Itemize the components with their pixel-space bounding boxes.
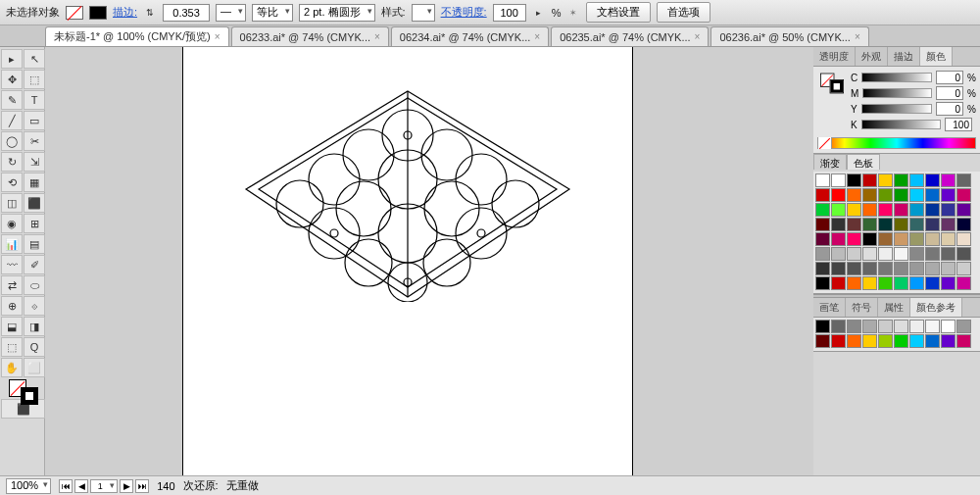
swatch[interactable] <box>925 276 940 290</box>
swatch[interactable] <box>894 320 908 333</box>
close-icon[interactable]: × <box>374 31 380 42</box>
none-color-icon[interactable] <box>818 137 832 149</box>
swatch[interactable] <box>894 232 908 246</box>
swatch[interactable] <box>941 218 956 231</box>
swatch[interactable] <box>941 320 956 333</box>
panel-tab-appearance[interactable]: 外观 <box>856 47 888 66</box>
swatch[interactable] <box>909 203 924 217</box>
swatch[interactable] <box>894 262 908 275</box>
tool-button[interactable]: ▦ <box>24 173 45 192</box>
panel-tab-color[interactable]: 颜色 <box>920 47 953 66</box>
last-artboard-button[interactable]: ⏭ <box>135 479 149 493</box>
swatch[interactable] <box>815 188 830 202</box>
swatch[interactable] <box>831 173 846 187</box>
swatch[interactable] <box>847 276 861 290</box>
tool-button[interactable]: ⬭ <box>24 275 45 295</box>
panel-tab-symbols[interactable]: 符号 <box>846 298 878 317</box>
opacity-label[interactable]: 不透明度: <box>441 5 487 20</box>
document-tab[interactable]: 06235.ai* @ 74% (CMYK...× <box>551 26 709 46</box>
document-tab[interactable]: 未标题-1* @ 100% (CMYK/预览)× <box>45 26 229 46</box>
variable-width-profile[interactable]: — <box>216 4 246 22</box>
swatch[interactable] <box>909 173 924 187</box>
swatch[interactable] <box>909 334 924 348</box>
next-artboard-button[interactable]: ▶ <box>120 479 133 493</box>
tool-button[interactable]: ◨ <box>24 317 45 336</box>
tool-button[interactable]: ⇄ <box>1 275 23 295</box>
swatch[interactable] <box>894 247 908 261</box>
tool-button[interactable]: ⊕ <box>1 296 23 316</box>
swatch[interactable] <box>941 334 956 348</box>
swatch[interactable] <box>862 188 877 202</box>
tool-button[interactable]: ⟲ <box>1 173 23 192</box>
panel-tab-transparency[interactable]: 透明度 <box>813 47 856 66</box>
swatch[interactable] <box>862 232 877 246</box>
swatch[interactable] <box>815 320 830 333</box>
slider-k[interactable] <box>861 120 941 129</box>
swatch[interactable] <box>925 232 940 246</box>
panel-tab-swatches[interactable]: 色板 <box>847 154 880 170</box>
swatch[interactable] <box>878 320 893 333</box>
tool-button[interactable]: ✋ <box>1 358 23 377</box>
swatch[interactable] <box>847 203 861 217</box>
swatch[interactable] <box>878 334 893 348</box>
tool-button[interactable]: ◉ <box>1 214 23 233</box>
swatch[interactable] <box>815 232 830 246</box>
swatch[interactable] <box>878 262 893 275</box>
swatch[interactable] <box>831 262 846 275</box>
swatch[interactable] <box>831 247 846 261</box>
tool-button[interactable]: ◯ <box>1 131 23 151</box>
tool-button[interactable]: ⬚ <box>1 337 23 357</box>
recolor-icon[interactable]: ✶ <box>566 6 580 20</box>
tool-button[interactable]: ▸ <box>1 49 23 69</box>
swatch[interactable] <box>831 276 846 290</box>
slider-m[interactable] <box>862 88 932 98</box>
swatch[interactable] <box>862 334 877 348</box>
swatch[interactable] <box>815 262 830 275</box>
dash-select[interactable]: 等比 <box>252 4 293 22</box>
swatch[interactable] <box>956 320 971 333</box>
tool-button[interactable]: ↻ <box>1 152 23 172</box>
opacity-input[interactable] <box>493 4 526 22</box>
value-k[interactable] <box>945 118 972 131</box>
swatch[interactable] <box>815 334 830 348</box>
swatch[interactable] <box>831 232 846 246</box>
swatch[interactable] <box>847 173 861 187</box>
swatch[interactable] <box>862 320 877 333</box>
swatch[interactable] <box>847 218 861 231</box>
document-tab[interactable]: 06233.ai* @ 74% (CMYK...× <box>231 26 389 46</box>
swatch[interactable] <box>878 247 893 261</box>
swatch[interactable] <box>831 218 846 231</box>
style-select[interactable] <box>412 4 435 22</box>
swatch[interactable] <box>941 276 956 290</box>
tool-button[interactable]: ⬛ <box>24 193 45 213</box>
tool-button[interactable]: ⬜ <box>24 358 45 377</box>
swatch[interactable] <box>862 247 877 261</box>
swatch[interactable] <box>941 188 956 202</box>
swatch[interactable] <box>862 203 877 217</box>
tool-button[interactable]: ⟐ <box>24 296 45 316</box>
swatch[interactable] <box>956 188 971 202</box>
prev-artboard-button[interactable]: ◀ <box>74 479 88 493</box>
stroke-spinner[interactable]: ⇅ <box>143 6 157 20</box>
swatch[interactable] <box>831 334 846 348</box>
swatch[interactable] <box>847 188 861 202</box>
swatch[interactable] <box>941 232 956 246</box>
swatch[interactable] <box>909 262 924 275</box>
swatch[interactable] <box>862 262 877 275</box>
swatch[interactable] <box>909 320 924 333</box>
zoom-select[interactable]: 100% <box>6 478 51 494</box>
swatch[interactable] <box>878 203 893 217</box>
close-icon[interactable]: × <box>695 31 701 42</box>
fill-stroke-tool[interactable] <box>1 378 45 406</box>
swatch[interactable] <box>956 173 971 187</box>
close-icon[interactable]: × <box>855 31 860 42</box>
swatch[interactable] <box>847 232 861 246</box>
swatch[interactable] <box>862 173 877 187</box>
tool-button[interactable]: 📊 <box>1 234 23 254</box>
swatch[interactable] <box>862 276 877 290</box>
tool-button[interactable]: ⇲ <box>24 152 45 172</box>
first-artboard-button[interactable]: ⏮ <box>59 479 73 493</box>
tool-button[interactable]: ✐ <box>24 255 45 274</box>
slider-c[interactable] <box>861 73 932 82</box>
swatch[interactable] <box>847 320 861 333</box>
